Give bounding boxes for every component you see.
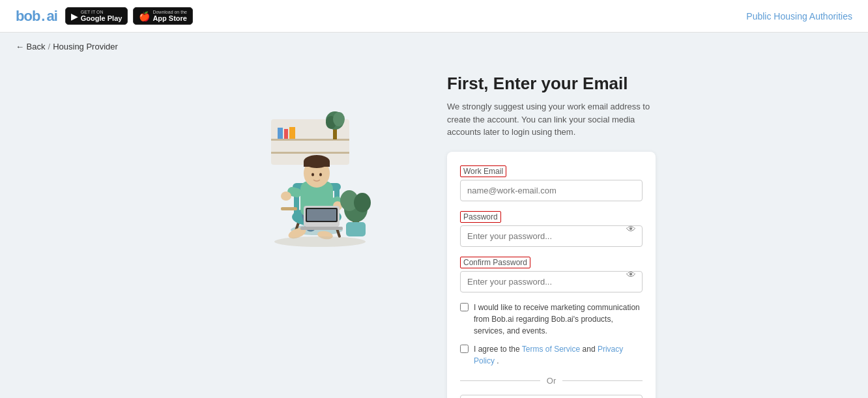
breadcrumb: ← Back / Housing Provider [0, 33, 868, 61]
app-store-small: Download on the [152, 10, 187, 15]
svg-rect-7 [278, 128, 283, 139]
back-button[interactable]: ← Back [16, 42, 46, 51]
or-line-left [460, 380, 540, 381]
header-right: Public Housing Authorities [746, 10, 852, 22]
form-title: First, Enter your Email [447, 74, 656, 94]
password-visibility-toggle[interactable]: 👁 [626, 223, 636, 234]
marketing-checkbox[interactable] [460, 303, 469, 311]
google-play-small: GET IT ON [81, 10, 123, 15]
public-housing-link[interactable]: Public Housing Authorities [746, 11, 852, 21]
or-line-right [562, 380, 643, 381]
form-panel: First, Enter your Email We strongly sugg… [447, 74, 656, 398]
password-input[interactable] [460, 225, 643, 247]
confirm-password-label: Confirm Password [460, 257, 530, 268]
terms-label: I agree to the Terms of Service and Priv… [474, 343, 643, 367]
breadcrumb-separator: / [48, 42, 51, 51]
svg-point-6 [333, 112, 345, 126]
svg-point-23 [281, 192, 291, 201]
email-label: Work Email [460, 165, 506, 177]
svg-rect-34 [307, 209, 336, 221]
terms-prefix: I agree to the [474, 345, 522, 354]
svg-rect-1 [271, 139, 349, 141]
google-signin-button[interactable]: Continue with Google [460, 395, 643, 399]
svg-point-30 [319, 173, 322, 177]
svg-rect-28 [304, 162, 330, 167]
svg-point-29 [311, 173, 314, 177]
svg-rect-33 [300, 227, 343, 230]
terms-middle: and [580, 345, 598, 354]
password-label: Password [460, 211, 501, 223]
logo-text: bob [16, 8, 40, 25]
google-play-badge[interactable]: ▶ GET IT ON Google Play [65, 7, 128, 25]
header-left: bob . ai ▶ GET IT ON Google Play 🍎 Downl… [16, 7, 193, 25]
terms-checkbox[interactable] [460, 345, 469, 353]
google-play-icon: ▶ [71, 11, 78, 21]
terms-suffix: . [495, 356, 499, 365]
google-play-main: Google Play [81, 14, 123, 22]
svg-rect-8 [284, 129, 288, 139]
marketing-label: I would like to receive marketing commun… [474, 302, 643, 337]
svg-rect-40 [346, 222, 366, 236]
form-card: Work Email Password 👁 Confirm Password 👁… [447, 152, 656, 399]
app-store-main: App Store [152, 14, 187, 22]
apple-icon: 🍎 [139, 11, 150, 21]
person-working-illustration [219, 87, 388, 256]
email-field-group: Work Email [460, 165, 643, 201]
logo: bob . ai [16, 8, 57, 25]
form-subtitle: We strongly suggest using your work emai… [447, 100, 656, 139]
svg-point-39 [354, 193, 371, 212]
email-input[interactable] [460, 180, 643, 201]
illustration [212, 87, 395, 256]
confirm-password-input[interactable] [460, 271, 643, 292]
or-divider: Or [460, 376, 643, 386]
password-field-group: Password 👁 [460, 210, 643, 247]
confirm-password-visibility-toggle[interactable]: 👁 [626, 268, 636, 279]
app-badges: ▶ GET IT ON Google Play 🍎 Download on th… [65, 7, 193, 25]
svg-rect-2 [271, 152, 349, 154]
breadcrumb-current: Housing Provider [53, 42, 118, 51]
or-text: Or [547, 376, 556, 386]
svg-point-41 [274, 236, 366, 247]
terms-checkbox-group: I agree to the Terms of Service and Priv… [460, 343, 643, 367]
app-store-badge[interactable]: 🍎 Download on the App Store [133, 7, 193, 25]
logo-ai: ai [46, 8, 57, 25]
main-content: First, Enter your Email We strongly sugg… [0, 61, 868, 398]
svg-rect-35 [281, 207, 297, 210]
page-header: bob . ai ▶ GET IT ON Google Play 🍎 Downl… [0, 0, 868, 33]
confirm-password-field-group: Confirm Password 👁 [460, 256, 643, 292]
terms-link[interactable]: Terms of Service [522, 345, 580, 354]
svg-rect-9 [289, 127, 295, 139]
marketing-checkbox-group: I would like to receive marketing commun… [460, 302, 643, 337]
